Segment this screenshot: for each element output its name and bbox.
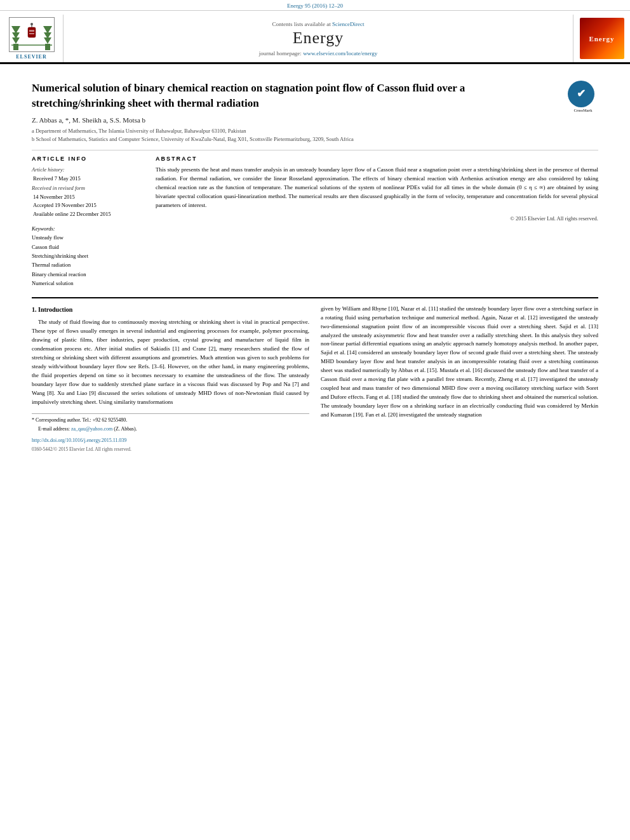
svg-rect-8 <box>28 27 36 37</box>
affiliations: a Department of Mathematics, The Islamia… <box>32 127 598 144</box>
section-1-heading: 1. Introduction <box>32 305 309 315</box>
keywords-section: Keywords: Unsteady flow Casson fluid Str… <box>32 224 143 288</box>
body-col-right: given by William and Rhyne [10], Nazar e… <box>321 305 598 453</box>
kw-casson: Casson fluid <box>32 244 59 250</box>
paper-content: Numerical solution of binary chemical re… <box>0 64 630 453</box>
article-history: Article history: Received 7 May 2015 Rec… <box>32 166 143 219</box>
energy-badge-area: Energy <box>573 15 630 62</box>
divider-2 <box>32 297 598 298</box>
body-col-left: 1. Introduction The study of fluid flowi… <box>32 305 309 453</box>
doi-link[interactable]: http://dx.doi.org/10.1016/j.energy.2015.… <box>32 437 126 443</box>
footnote-corresponding: * Corresponding author. Tel.: +92 62 925… <box>32 417 309 424</box>
energy-badge: Energy <box>580 18 624 59</box>
abstract-panel: ABSTRACT This study presents the heat an… <box>156 156 598 288</box>
body-content: 1. Introduction The study of fluid flowi… <box>32 305 598 453</box>
received-revised-label: Received in revised form <box>32 184 143 193</box>
article-info-panel: ARTICLE INFO Article history: Received 7… <box>32 156 143 288</box>
email-person: (Z. Abbas). <box>114 426 137 432</box>
history-label: Article history: <box>32 166 143 175</box>
authors-line: Z. Abbas a, *, M. Sheikh a, S.S. Motsa b <box>32 116 598 124</box>
article-info-abstract-row: ARTICLE INFO Article history: Received 7… <box>32 156 598 288</box>
homepage-line: journal homepage: www.elsevier.com/locat… <box>259 50 378 57</box>
accepted-date: Accepted 19 November 2015 <box>33 201 143 210</box>
journal-header: ELSEVIER Contents lists available at Sci… <box>0 11 630 64</box>
kw-stretching: Stretching/shrinking sheet <box>32 253 88 259</box>
journal-center-panel: Contents lists available at ScienceDirec… <box>64 15 573 62</box>
elsevier-logo-box <box>9 17 55 52</box>
issn-area: 0360-5442/© 2015 Elsevier Ltd. All right… <box>32 446 309 453</box>
section-title: Introduction <box>38 306 72 313</box>
affiliation-a: a Department of Mathematics, The Islamia… <box>32 127 598 135</box>
paper-title-area: Numerical solution of binary chemical re… <box>32 81 598 111</box>
affiliation-b: b School of Mathematics, Statistics and … <box>32 135 598 143</box>
journal-citation: Energy 95 (2016) 12–20 <box>0 0 630 11</box>
homepage-link[interactable]: www.elsevier.com/locate/energy <box>303 50 377 57</box>
abstract-heading: ABSTRACT <box>156 156 598 162</box>
keywords-label: Keywords: <box>32 225 55 232</box>
email-link[interactable]: za_qau@yahoo.com <box>71 426 112 432</box>
doi-area: http://dx.doi.org/10.1016/j.energy.2015.… <box>32 437 309 444</box>
svg-rect-9 <box>29 30 34 32</box>
section-number: 1. <box>32 306 37 313</box>
authors-text: Z. Abbas a, *, M. Sheikh a, S.S. Motsa b <box>32 116 145 124</box>
received-date: Received 7 May 2015 <box>33 175 143 183</box>
divider-1 <box>32 150 598 150</box>
elsevier-tree-icon <box>10 18 53 51</box>
paper-title-text: Numerical solution of binary chemical re… <box>32 82 465 109</box>
received-revised-date: 14 November 2015 <box>33 193 143 202</box>
footnote-email: E-mail address: za_qau@yahoo.com (Z. Abb… <box>32 425 309 433</box>
elsevier-logo-area: ELSEVIER <box>0 15 64 62</box>
kw-thermal: Thermal radiation <box>32 262 70 268</box>
crossmark-badge: ✔ CrossMark <box>568 81 598 111</box>
email-label: E-mail address: <box>38 426 70 432</box>
kw-numerical: Numerical solution <box>32 280 73 286</box>
footnote-area: * Corresponding author. Tel.: +92 62 925… <box>32 413 309 433</box>
crossmark-icon: ✔ <box>568 81 594 107</box>
available-date: Available online 22 December 2015 <box>33 210 143 219</box>
svg-point-12 <box>30 23 33 25</box>
sciencedirect-link[interactable]: ScienceDirect <box>332 21 364 27</box>
contents-available-line: Contents lists available at ScienceDirec… <box>272 21 365 27</box>
kw-unsteady: Unsteady flow <box>32 234 64 241</box>
crossmark-label: CrossMark <box>568 108 598 113</box>
elsevier-text: ELSEVIER <box>16 54 46 60</box>
abstract-text: This study presents the heat and mass tr… <box>156 166 598 210</box>
kw-binary: Binary chemical reaction <box>32 271 86 277</box>
svg-rect-10 <box>29 33 34 34</box>
copyright-notice: © 2015 Elsevier Ltd. All rights reserved… <box>156 215 598 222</box>
intro-col1-p1: The study of fluid flowing due to contin… <box>32 318 309 406</box>
article-info-heading: ARTICLE INFO <box>32 156 143 162</box>
citation-text: Energy 95 (2016) 12–20 <box>287 3 343 9</box>
intro-col2-p1: given by William and Rhyne [10], Nazar e… <box>321 305 598 420</box>
journal-name: Energy <box>293 29 344 48</box>
